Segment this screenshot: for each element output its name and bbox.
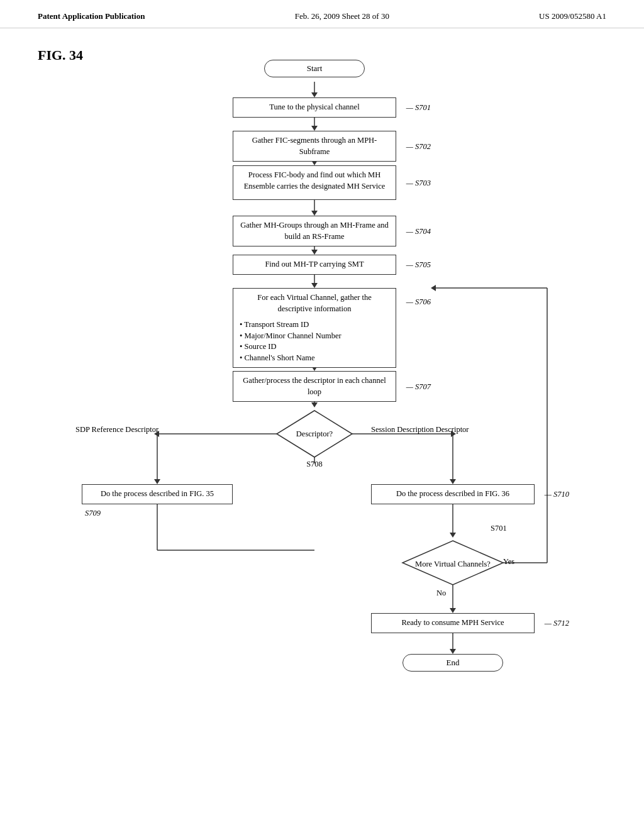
sdp-label: SDP Reference Descriptor — [75, 423, 176, 434]
svg-marker-26 — [450, 533, 456, 538]
s705-label: S705 — [415, 260, 431, 268]
bullet-3: • Source ID — [240, 341, 389, 353]
s701b-label: S701 — [491, 524, 507, 533]
svg-marker-15 — [311, 402, 318, 407]
svg-marker-33 — [431, 285, 436, 291]
no-label: No — [436, 589, 446, 597]
no-label-node: No — [436, 587, 446, 598]
s709-label: S709 — [85, 509, 101, 517]
page-header: Patent Application Publication Feb. 26, … — [0, 0, 644, 28]
s701-tick: — — [406, 102, 415, 111]
more-channels-label: More Virtual Channels? — [415, 558, 491, 569]
s705-box: Find out MH-TP carrying SMT — [233, 255, 396, 275]
descriptor-text: Descriptor? — [296, 429, 333, 438]
bullet-4: • Channel's Short Name — [240, 353, 389, 364]
svg-marker-1 — [311, 92, 318, 97]
start-label: Start — [264, 60, 365, 77]
svg-marker-11 — [311, 283, 318, 288]
s712-box: Ready to consume MPH Service — [371, 613, 535, 633]
svg-marker-9 — [311, 250, 318, 255]
svg-marker-37 — [450, 649, 456, 654]
svg-marker-35 — [450, 608, 456, 613]
s705-label-tag: — S705 — [406, 260, 431, 269]
yes-label: Yes — [503, 557, 514, 566]
s704-node: Gather MH-Groups through an MH-Frame and… — [233, 216, 396, 246]
header-right: US 2009/052580 A1 — [539, 11, 606, 21]
s704-box: Gather MH-Groups through an MH-Frame and… — [233, 216, 396, 246]
page-content: FIG. 34 — [0, 28, 644, 789]
svg-marker-7 — [311, 211, 318, 216]
s712-label-tag: — S712 — [545, 618, 569, 628]
end-label: End — [402, 654, 503, 672]
more-channels-text: More Virtual Channels? — [415, 560, 491, 568]
s702-label: S702 — [415, 141, 431, 150]
s707-box: Gather/process the descriptor in each ch… — [233, 371, 396, 402]
s707-node: Gather/process the descriptor in each ch… — [233, 371, 396, 402]
sdp-text: SDP Reference Descriptor — [75, 425, 158, 434]
flowchart: Start Tune to the physical channel — S70… — [63, 47, 579, 770]
s706-label-tag: — S706 — [406, 297, 431, 307]
fig36-box: Do the process described in FIG. 36 — [371, 484, 535, 504]
bullet-1: • Transport Stream ID — [240, 319, 389, 331]
s712-node: Ready to consume MPH Service — S712 — [371, 613, 535, 633]
svg-marker-22 — [154, 479, 160, 484]
s706-bullets: • Transport Stream ID • Major/Minor Chan… — [233, 317, 396, 368]
s706-label: S706 — [415, 297, 431, 306]
s702-label-tag: — S702 — [406, 141, 431, 151]
s703-label: S703 — [415, 178, 431, 187]
s710-label-tag: — S710 — [545, 489, 569, 499]
s701b-label-node: S701 — [491, 522, 507, 533]
s708-label: S708 — [306, 460, 323, 468]
descriptor-label: Descriptor? — [283, 428, 346, 439]
svg-marker-24 — [450, 479, 456, 484]
s704-label: S704 — [415, 226, 431, 235]
s705-node: Find out MH-TP carrying SMT — S705 — [233, 255, 396, 275]
end-node: End — [402, 654, 503, 672]
s703-node: Process FIC-body and find out which MH E… — [233, 165, 396, 200]
s702-node: Gather FIC-segments through an MPH-Subfr… — [233, 131, 396, 162]
s701-node: Tune to the physical channel — S701 — [233, 97, 396, 118]
svg-marker-3 — [311, 126, 318, 131]
s707-label-tag: — S707 — [406, 382, 431, 391]
s706-box-header: For each Virtual Channel, gather the des… — [233, 288, 396, 317]
s712-label: S712 — [553, 618, 569, 627]
s701-label: S701 — [415, 102, 431, 111]
s706-node: For each Virtual Channel, gather the des… — [233, 288, 396, 368]
s703-box: Process FIC-body and find out which MH E… — [233, 165, 396, 200]
s707-label: S707 — [415, 382, 431, 390]
s704-label-tag: — S704 — [406, 226, 431, 236]
bullet-2: • Major/Minor Channel Number — [240, 331, 389, 342]
s710-label: S710 — [553, 489, 569, 498]
s702-box: Gather FIC-segments through an MPH-Subfr… — [233, 131, 396, 162]
fig35-box: Do the process described in FIG. 35 — [82, 484, 233, 504]
yes-label-node: Yes — [503, 555, 514, 567]
session-text: Session Description Descriptor — [371, 425, 469, 434]
header-left: Patent Application Publication — [38, 11, 145, 21]
session-label: Session Description Descriptor — [371, 423, 497, 434]
start-node: Start — [264, 60, 365, 77]
s703-label-tag: — S703 — [406, 178, 431, 187]
s708-label-node: S708 — [292, 458, 336, 469]
s701-box: Tune to the physical channel — [233, 97, 396, 118]
fig35-node: Do the process described in FIG. 35 S709 — [82, 484, 233, 504]
fig36-node: Do the process described in FIG. 36 — S7… — [371, 484, 535, 504]
header-center: Feb. 26, 2009 Sheet 28 of 30 — [295, 11, 389, 21]
s709-label-tag: S709 — [85, 509, 101, 518]
